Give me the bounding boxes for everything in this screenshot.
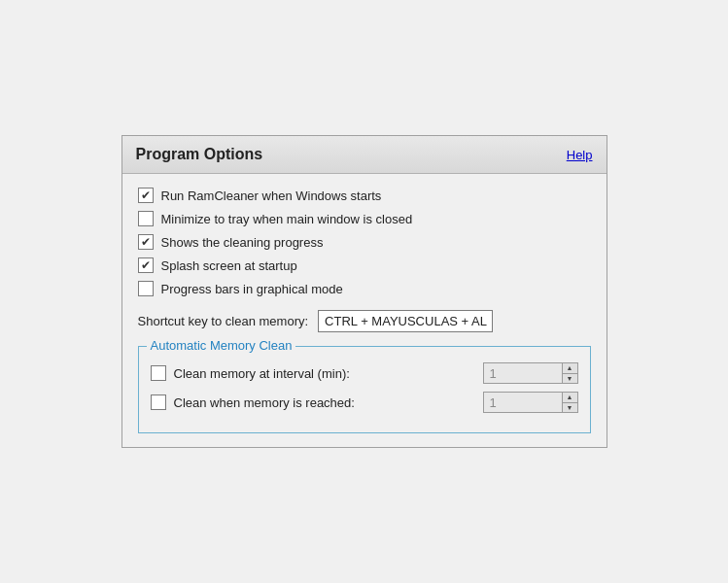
dialog-body: ✔Run RamCleaner when Windows startsMinim… xyxy=(122,174,607,447)
checkbox-clean-reached[interactable] xyxy=(151,394,166,410)
spin-buttons-clean-interval: ▲▼ xyxy=(562,363,577,383)
spin-down-clean-interval[interactable]: ▼ xyxy=(563,374,577,384)
spin-row-clean-interval: Clean memory at interval (min):▲▼ xyxy=(151,362,578,384)
automatic-memory-clean-group: Automatic Memory Clean Clean memory at i… xyxy=(138,346,591,433)
checkbox-show-cleaning-progress[interactable]: ✔ xyxy=(138,234,154,250)
spin-buttons-clean-reached: ▲▼ xyxy=(562,393,577,412)
spin-label-clean-reached: Clean when memory is reached: xyxy=(174,395,475,410)
group-legend: Automatic Memory Clean xyxy=(147,338,296,353)
checkbox-row-progress-bars-graphical: Progress bars in graphical mode xyxy=(138,281,591,296)
help-link[interactable]: Help xyxy=(567,148,593,162)
checkbox-row-run-at-startup: ✔Run RamCleaner when Windows starts xyxy=(138,188,591,203)
spin-down-clean-reached[interactable]: ▼ xyxy=(563,403,577,413)
shortcut-row: Shortcut key to clean memory: CTRL + MAY… xyxy=(138,310,591,332)
group-body: Clean memory at interval (min):▲▼Clean w… xyxy=(151,362,578,413)
checkmark-icon: ✔ xyxy=(141,189,151,201)
spin-label-clean-interval: Clean memory at interval (min): xyxy=(174,366,475,381)
checkbox-run-at-startup[interactable]: ✔ xyxy=(138,188,154,203)
checkbox-minimize-to-tray[interactable] xyxy=(138,211,154,226)
checkbox-splash-screen[interactable]: ✔ xyxy=(138,257,154,273)
spin-row-clean-reached: Clean when memory is reached:▲▼ xyxy=(151,392,578,413)
checkbox-progress-bars-graphical[interactable] xyxy=(138,281,154,296)
program-options-dialog: Program Options Help ✔Run RamCleaner whe… xyxy=(121,135,607,448)
spin-control-clean-interval: ▲▼ xyxy=(483,362,578,384)
checkbox-label-progress-bars-graphical: Progress bars in graphical mode xyxy=(161,282,343,296)
shortcut-input[interactable]: CTRL + MAYUSCULAS + AL xyxy=(318,310,493,332)
checkbox-row-minimize-to-tray: Minimize to tray when main window is clo… xyxy=(138,211,591,226)
checkbox-row-splash-screen: ✔Splash screen at startup xyxy=(138,257,591,273)
spin-input-clean-interval[interactable] xyxy=(484,363,562,383)
checkmark-icon: ✔ xyxy=(141,259,151,271)
checkbox-clean-interval[interactable] xyxy=(151,365,166,381)
checkbox-label-splash-screen: Splash screen at startup xyxy=(161,258,297,273)
checkbox-label-show-cleaning-progress: Shows the cleaning progress xyxy=(161,235,324,250)
spin-up-clean-interval[interactable]: ▲ xyxy=(563,363,577,374)
dialog-header: Program Options Help xyxy=(122,136,607,174)
checkbox-row-show-cleaning-progress: ✔Shows the cleaning progress xyxy=(138,234,591,250)
checkboxes-container: ✔Run RamCleaner when Windows startsMinim… xyxy=(138,188,591,296)
spin-control-clean-reached: ▲▼ xyxy=(483,392,578,413)
spin-input-clean-reached[interactable] xyxy=(484,393,562,412)
checkmark-icon: ✔ xyxy=(141,236,151,248)
spin-up-clean-reached[interactable]: ▲ xyxy=(563,393,577,403)
dialog-title: Program Options xyxy=(136,146,263,163)
shortcut-label: Shortcut key to clean memory: xyxy=(138,314,309,328)
checkbox-label-run-at-startup: Run RamCleaner when Windows starts xyxy=(161,189,382,203)
checkbox-label-minimize-to-tray: Minimize to tray when main window is clo… xyxy=(161,212,413,226)
